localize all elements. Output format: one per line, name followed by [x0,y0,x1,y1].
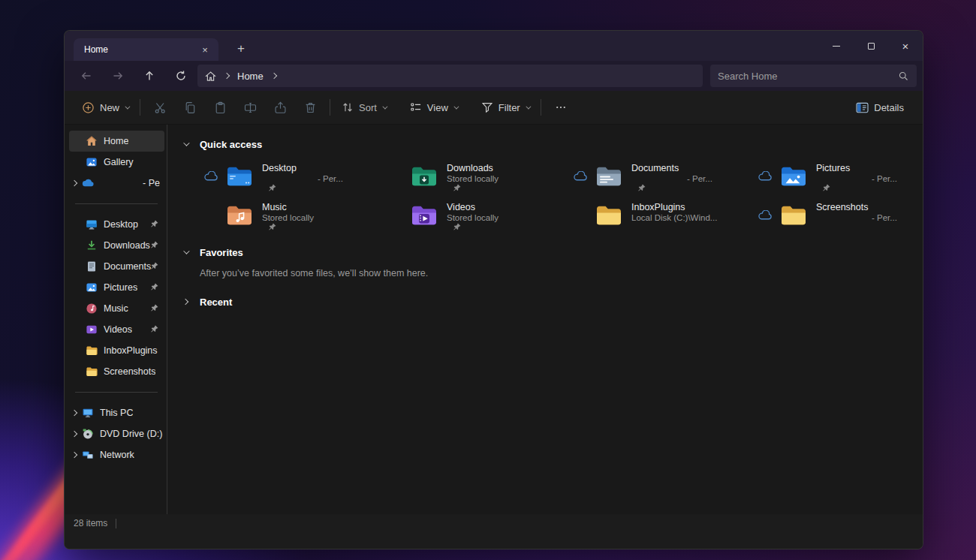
maximize-button[interactable] [854,31,888,61]
sidebar-item-network[interactable]: Network [69,444,164,465]
tab-title: Home [84,44,108,55]
sidebar-item-inboxplugins[interactable]: InboxPlugins [69,340,164,361]
filter-icon [481,101,493,113]
sidebar-item-onedrive[interactable]: - Pe [69,173,164,194]
tile-location: Stored locally [262,213,314,222]
search-icon [898,71,909,82]
onedrive-icon [82,177,94,189]
onedrive-sync-cloud-icon [758,210,773,221]
quick-access-header[interactable]: Quick access [181,137,923,152]
chevron-down-icon [453,104,459,109]
paste-button[interactable] [205,95,235,119]
tile-location: Stored locally [447,213,499,222]
divider [75,392,158,393]
expand-chevron-icon[interactable] [71,410,77,416]
breadcrumb-item-home[interactable]: Home [237,71,264,82]
pictures-folder-icon [780,165,807,188]
collapse-chevron-icon[interactable] [183,140,189,146]
navigation-pane: Home Gallery - Pe Desktop [65,125,167,514]
close-window-button[interactable]: × [888,31,923,61]
tile-pictures[interactable]: Pictures - Per... [735,159,920,195]
videos-folder-icon [411,204,438,227]
sidebar-item-screenshots[interactable]: Screenshots [69,361,164,382]
tile-downloads[interactable]: Downloads Stored locally [366,159,550,195]
pin-icon [150,241,158,249]
tab-home[interactable]: Home × [74,38,218,61]
more-options-button[interactable] [546,95,576,119]
tile-desktop[interactable]: Desktop - Per... [181,159,366,195]
rename-icon [244,101,257,114]
tile-videos[interactable]: Videos Stored locally [366,198,550,234]
cut-button[interactable] [145,95,175,119]
file-explorer-window: Home × + × Home [64,30,923,549]
navigation-bar: Home [65,61,923,91]
recent-header[interactable]: Recent [181,294,923,309]
delete-icon [304,101,317,114]
new-button[interactable]: New [75,95,135,119]
expand-chevron-icon[interactable] [71,452,77,458]
breadcrumb-chevron-icon [224,73,230,79]
sidebar-item-documents[interactable]: Documents [69,256,164,277]
folder-icon [86,366,98,378]
divider [75,203,158,204]
breadcrumb[interactable]: Home [197,65,703,87]
tile-music[interactable]: Music Stored locally [181,198,366,234]
new-label: New [100,102,119,113]
tile-name: Music [262,202,287,212]
filter-button[interactable]: Filter [474,95,536,119]
desktop-icon [86,218,98,230]
tile-name: Screenshots [816,202,868,212]
favorites-header[interactable]: Favorites [181,245,923,260]
expand-chevron-icon[interactable] [71,180,77,186]
network-icon [82,449,94,461]
forward-button[interactable] [106,64,130,88]
minimize-button[interactable] [819,31,854,61]
sidebar-item-home[interactable]: Home [69,131,164,152]
rename-button[interactable] [235,95,265,119]
up-button[interactable] [137,64,161,88]
tile-location: - Per... [872,174,897,183]
tile-documents[interactable]: Documents - Per... [550,159,735,195]
filter-label: Filter [499,102,520,113]
delete-button[interactable] [295,95,325,119]
pictures-icon [86,282,98,294]
new-tab-button[interactable]: + [231,39,251,59]
sidebar-item-desktop[interactable]: Desktop [69,214,164,235]
sidebar-item-videos[interactable]: Videos [69,319,164,340]
pin-icon [150,262,158,270]
tab-bar: Home × + × [65,31,923,61]
expand-chevron-icon[interactable] [182,299,188,305]
copy-icon [184,101,197,114]
sort-icon [342,101,354,113]
this-pc-icon [82,407,94,419]
refresh-button[interactable] [169,64,193,88]
tile-name: Downloads [447,163,493,173]
divider [140,99,140,116]
sidebar-item-pictures[interactable]: Pictures [69,277,164,298]
search-input[interactable] [718,71,898,82]
tile-name: InboxPlugins [631,202,685,212]
sidebar-item-this-pc[interactable]: This PC [69,402,164,423]
back-button[interactable] [74,64,98,88]
sort-button[interactable]: Sort [335,95,393,119]
sidebar-item-dvd-drive[interactable]: DVD Drive (D:) CCC [69,423,164,444]
close-tab-icon[interactable]: × [197,42,212,57]
up-icon [143,70,155,82]
collapse-chevron-icon[interactable] [183,248,189,254]
tile-inboxplugins[interactable]: InboxPlugins Local Disk (C:)\Wind... [550,198,735,234]
expand-chevron-icon[interactable] [71,431,77,437]
copy-button[interactable] [175,95,205,119]
tile-screenshots[interactable]: Screenshots - Per... [735,198,920,234]
sidebar-item-gallery[interactable]: Gallery [69,152,164,173]
breadcrumb-chevron-icon[interactable] [270,73,276,79]
sidebar-item-music[interactable]: Music [69,298,164,319]
search-box[interactable] [710,65,917,87]
sidebar-item-downloads[interactable]: Downloads [69,235,164,256]
pin-icon [822,184,830,192]
share-button[interactable] [265,95,295,119]
refresh-icon [175,70,187,82]
window-controls: × [819,31,923,61]
details-pane-button[interactable]: Details [849,95,911,119]
view-button[interactable]: View [403,95,464,119]
maximize-icon [868,43,875,50]
